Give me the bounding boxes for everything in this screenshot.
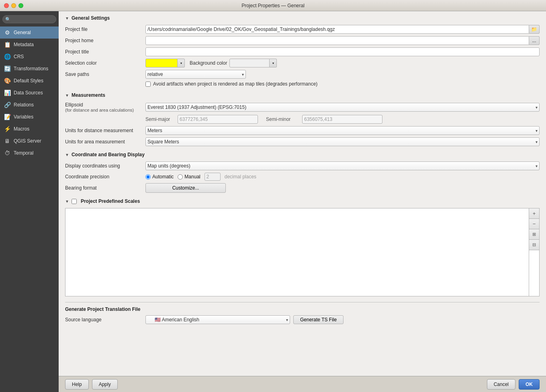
close-button[interactable] [4, 3, 9, 8]
source-language-label: Source language [65, 317, 145, 323]
distance-dropdown-wrapper: Meters [145, 126, 540, 135]
semi-major-input [178, 115, 258, 124]
sidebar-item-variables[interactable]: 📝 Variables [0, 111, 59, 123]
save-paths-dropdown-wrapper: relative absolute [145, 70, 246, 79]
background-color-button[interactable]: ▾ [229, 59, 277, 67]
scales-paste-button[interactable]: ⊟ [529, 240, 539, 250]
window-controls[interactable] [4, 3, 23, 8]
bearing-row: Bearing format Customize... [65, 183, 540, 193]
translation-section: Generate Project Translation File Source… [65, 302, 540, 324]
distance-label: Units for distance measurement [65, 128, 145, 133]
content-scroll[interactable]: ▼ General Settings Project file 📁 Projec… [59, 11, 546, 376]
crs-icon: 🌐 [3, 53, 11, 61]
project-title-input[interactable] [145, 47, 540, 56]
avoid-artifacts-row: Avoid artifacts when project is rendered… [65, 81, 540, 87]
background-color-swatch[interactable] [229, 59, 270, 67]
translation-title: Generate Project Translation File [65, 306, 540, 312]
relations-icon: 🔗 [3, 101, 11, 109]
minimize-button[interactable] [11, 3, 16, 8]
avoid-artifacts-checkbox[interactable] [145, 82, 151, 87]
display-coordinates-row: Display coordinates using Map units (deg… [65, 161, 540, 170]
project-home-browse-button[interactable]: ... [529, 36, 540, 45]
display-coordinates-label: Display coordinates using [65, 163, 145, 169]
coordinate-title: Coordinate and Bearing Display [72, 152, 145, 157]
ellipsoid-row: Ellipsoid (for distance and area calcula… [65, 102, 540, 112]
background-color-dropdown[interactable]: ▾ [270, 59, 277, 67]
sidebar-label-macros: Macros [14, 126, 29, 132]
sidebar-item-metadata[interactable]: 📋 Metadata [0, 39, 59, 51]
metadata-icon: 📋 [3, 41, 11, 49]
scales-remove-button[interactable]: − [529, 219, 539, 229]
transformations-icon: 🔄 [3, 65, 11, 73]
qgis-server-icon: 🖥 [3, 137, 11, 145]
project-home-row: Project home ... [65, 36, 540, 45]
precision-automatic-label: Automatic [152, 174, 174, 180]
selection-color-dropdown[interactable]: ▾ [178, 59, 185, 67]
precision-value-input[interactable] [204, 173, 221, 181]
sidebar-item-data-sources[interactable]: 📊 Data Sources [0, 87, 59, 99]
color-row: Selection color ▾ Background color ▾ [65, 59, 540, 67]
scales-copy-button[interactable]: ⊞ [529, 229, 539, 240]
sidebar-search[interactable]: 🔍 [2, 15, 56, 23]
sidebar-label-metadata: Metadata [14, 42, 34, 47]
sidebar-item-general[interactable]: ⚙ General [0, 27, 59, 39]
main-container: 🔍 ⚙ General 📋 Metadata 🌐 CRS 🔄 Transform… [0, 11, 546, 392]
precision-manual-radio[interactable] [178, 174, 183, 180]
project-home-label: Project home [65, 38, 145, 43]
sidebar-item-default-styles[interactable]: 🎨 Default Styles [0, 75, 59, 87]
ellipsoid-dropdown-wrapper: Everest 1830 (1937 Adjustment) (EPSG:701… [145, 103, 540, 112]
selection-color-label: Selection color [65, 60, 145, 66]
collapse-coordinate-arrow[interactable]: ▼ [65, 153, 69, 157]
temporal-icon: ⏱ [3, 149, 11, 157]
project-file-browse-button[interactable]: 📁 [529, 25, 540, 34]
precision-automatic-radio[interactable] [145, 174, 151, 180]
project-file-input[interactable] [145, 25, 529, 34]
scales-add-button[interactable]: + [529, 208, 539, 219]
semi-row: Semi-major Semi-minor [65, 115, 540, 124]
window-title: Project Properties — General [241, 3, 305, 8]
sidebar-label-variables: Variables [14, 114, 33, 120]
predefined-scales-title: Project Predefined Scales [81, 198, 140, 204]
macros-icon: ⚡ [3, 125, 11, 133]
bearing-label: Bearing format [65, 185, 145, 191]
measurements-header: ▼ Measurements [65, 92, 540, 98]
selection-color-button[interactable]: ▾ [145, 59, 185, 67]
collapse-scales-arrow[interactable]: ▼ [65, 199, 69, 204]
save-paths-dropdown[interactable]: relative absolute [145, 70, 246, 79]
cancel-button[interactable]: Cancel [487, 379, 515, 390]
distance-dropdown[interactable]: Meters [145, 126, 540, 135]
sidebar-item-crs[interactable]: 🌐 CRS [0, 51, 59, 63]
project-home-input-group: ... [145, 36, 540, 45]
source-language-row: Source language 🇺🇸 American English Gene… [65, 315, 540, 324]
selection-color-swatch[interactable] [145, 59, 178, 67]
display-coordinates-dropdown[interactable]: Map units (degrees) [145, 161, 540, 170]
ellipsoid-dropdown[interactable]: Everest 1830 (1937 Adjustment) (EPSG:701… [145, 103, 540, 112]
collapse-measurements-arrow[interactable]: ▼ [65, 93, 69, 98]
semi-minor-input [302, 115, 382, 124]
customize-bearing-button[interactable]: Customize... [145, 183, 226, 193]
sidebar-item-macros[interactable]: ⚡ Macros [0, 123, 59, 135]
scales-box: + − ⊞ ⊟ [65, 208, 540, 296]
sidebar: 🔍 ⚙ General 📋 Metadata 🌐 CRS 🔄 Transform… [0, 11, 59, 392]
project-home-input[interactable] [145, 36, 529, 45]
collapse-general-arrow[interactable]: ▼ [65, 16, 69, 20]
sidebar-item-qgis-server[interactable]: 🖥 QGIS Server [0, 135, 59, 147]
project-file-input-group: 📁 [145, 25, 540, 34]
sidebar-item-transformations[interactable]: 🔄 Transformations [0, 63, 59, 75]
decimal-places-label: decimal places [225, 174, 256, 180]
sidebar-item-temporal[interactable]: ⏱ Temporal [0, 147, 59, 159]
language-dropdown[interactable]: 🇺🇸 American English [145, 315, 290, 324]
sidebar-item-relations[interactable]: 🔗 Relations [0, 99, 59, 111]
search-icon: 🔍 [5, 17, 11, 22]
help-button[interactable]: Help [65, 379, 89, 390]
area-dropdown[interactable]: Square Meters [145, 137, 540, 146]
generate-ts-button[interactable]: Generate TS File [293, 315, 344, 324]
sidebar-label-temporal: Temporal [14, 150, 33, 156]
area-row: Units for area measurement Square Meters [65, 137, 540, 146]
general-settings-title: General Settings [72, 15, 110, 21]
sidebar-label-relations: Relations [14, 102, 34, 108]
maximize-button[interactable] [18, 3, 23, 8]
predefined-scales-checkbox[interactable] [72, 199, 77, 204]
apply-button[interactable]: Apply [92, 379, 118, 390]
ok-button[interactable]: OK [519, 379, 540, 390]
